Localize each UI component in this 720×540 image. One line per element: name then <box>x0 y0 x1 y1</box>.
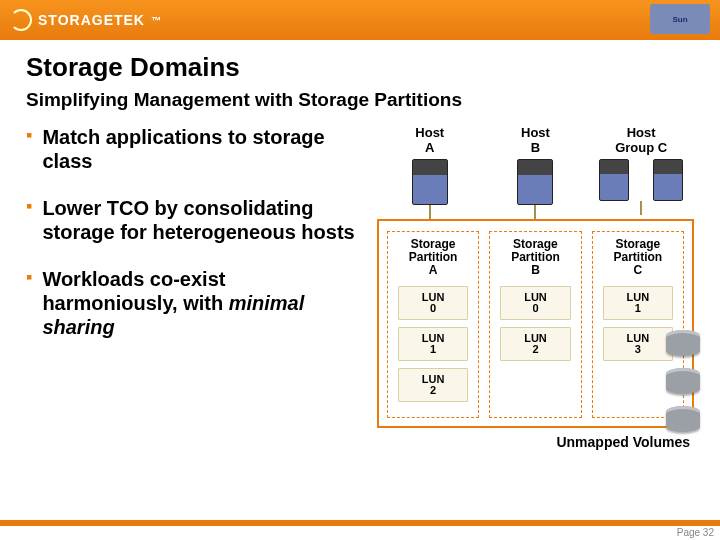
sun-logo: Sun <box>650 4 710 34</box>
cylinder-icon <box>666 330 700 356</box>
lun-box: LUN3 <box>603 327 673 361</box>
cable-icon <box>534 205 536 219</box>
host-label: Host <box>589 125 694 140</box>
host-label: Group C <box>589 140 694 155</box>
unmapped-label: Unmapped Volumes <box>377 434 694 450</box>
storage-partition-b: StoragePartitionB LUN0LUN2 <box>489 231 581 418</box>
server-icon <box>599 159 629 201</box>
lun-box: LUN1 <box>603 286 673 320</box>
host-label: Host <box>377 125 482 140</box>
cylinder-icon <box>666 406 700 432</box>
storage-array: StoragePartitionA LUN0LUN1LUN2 StoragePa… <box>377 219 694 428</box>
host-label: A <box>377 140 482 155</box>
server-icon <box>653 159 683 201</box>
host-label: B <box>483 140 588 155</box>
lun-box: LUN0 <box>398 286 468 320</box>
bullet-item: Workloads co-exist harmoniously, with mi… <box>26 267 359 340</box>
server-icon <box>517 159 553 205</box>
storage-diagram: Host A Host B Host Group C <box>377 125 694 450</box>
cable-icon <box>640 201 642 215</box>
lun-box: LUN2 <box>398 368 468 402</box>
cable-icon <box>429 205 431 219</box>
page-number: Page 32 <box>677 527 714 538</box>
slide-subtitle: Simplifying Management with Storage Part… <box>26 89 694 111</box>
storage-partition-a: StoragePartitionA LUN0LUN1LUN2 <box>387 231 479 418</box>
storagetek-logo: STORAGETEK ™ <box>10 9 162 31</box>
host-label: Host <box>483 125 588 140</box>
slide-title: Storage Domains <box>26 52 694 83</box>
lun-box: LUN2 <box>500 327 570 361</box>
lun-box: LUN0 <box>500 286 570 320</box>
header-bar: STORAGETEK ™ <box>0 0 720 40</box>
bullet-item: Match applications to storage class <box>26 125 359 174</box>
swirl-icon <box>10 9 32 31</box>
brand-text: STORAGETEK <box>38 12 145 28</box>
bullet-list: Match applications to storage class Lowe… <box>26 125 359 450</box>
cylinder-icon <box>666 368 700 394</box>
footer-stripe <box>0 520 720 526</box>
server-icon <box>412 159 448 205</box>
lun-box: LUN1 <box>398 327 468 361</box>
unmapped-volumes-icons <box>666 330 700 432</box>
bullet-item: Lower TCO by consolidating storage for h… <box>26 196 359 245</box>
